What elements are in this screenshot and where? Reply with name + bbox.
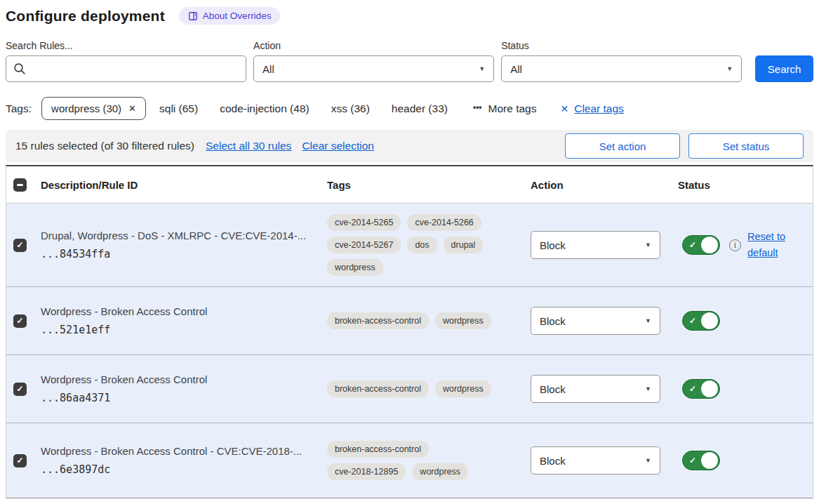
status-toggle[interactable]: ✓ (682, 379, 720, 399)
close-icon: ✕ (560, 103, 568, 114)
tags-bar: Tags: wordpress (30) ✕ sqli (65)code-inj… (6, 97, 813, 120)
more-tags-button[interactable]: ••• More tags (473, 102, 537, 115)
toggle-knob (701, 237, 718, 253)
toggle-knob (701, 380, 718, 397)
status-toggle[interactable]: ✓ (682, 451, 720, 470)
about-overrides-label: About Overrides (203, 11, 272, 21)
rule-tags: cve-2014-5265cve-2014-5266cve-2014-5267d… (327, 208, 504, 281)
row-checkbox[interactable]: ✓ (13, 383, 27, 396)
rule-tag: dos (407, 237, 437, 253)
row-checkbox[interactable]: ✓ (13, 239, 27, 252)
rule-tag: cve-2014-5266 (407, 214, 481, 231)
rule-tags: broken-access-controlwordpress (327, 307, 504, 335)
column-header-action: Action (524, 179, 672, 191)
rule-tag: wordpress (435, 380, 491, 397)
remove-tag-icon[interactable]: ✕ (128, 103, 136, 114)
check-icon: ✓ (16, 240, 23, 250)
status-toggle[interactable]: ✓ (682, 235, 720, 255)
clear-tags-button[interactable]: ✕ Clear tags (560, 102, 623, 115)
tag-filter-link[interactable]: code-injection (48) (220, 102, 309, 115)
chevron-down-icon: ▼ (645, 241, 651, 248)
rules-table: Description/Rule ID Tags Action Status ✓… (6, 165, 813, 498)
reset-to-default-link[interactable]: Reset to default (747, 229, 792, 261)
action-filter-value: All (262, 63, 274, 75)
row-checkbox[interactable]: ✓ (13, 314, 27, 328)
tag-links: sqli (65)code-injection (48)xss (36)head… (159, 102, 448, 115)
rule-tag: cve-2018-12895 (327, 463, 406, 480)
table-header-row: Description/Rule ID Tags Action Status (6, 166, 813, 204)
tag-filter-link[interactable]: header (33) (392, 102, 448, 115)
status-toggle[interactable]: ✓ (682, 311, 720, 331)
toggle-knob (701, 452, 718, 469)
rule-id: ...86aa4371 (41, 392, 321, 404)
rule-id: ...6e3897dc (41, 463, 321, 476)
select-all-link[interactable]: Select all 30 rules (206, 140, 291, 152)
rule-description: Drupal, Wordpress - DoS - XMLRPC - CVE:C… (41, 230, 321, 241)
rule-tag: broken-access-control (327, 380, 429, 397)
tag-filter-link[interactable]: sqli (65) (159, 102, 198, 115)
row-checkbox[interactable]: ✓ (13, 454, 27, 467)
search-icon (13, 62, 27, 76)
rule-tag: cve-2014-5265 (327, 214, 401, 231)
check-icon: ✓ (689, 456, 696, 465)
rule-id: ...521e1eff (41, 324, 321, 336)
book-icon (188, 11, 198, 21)
action-select[interactable]: Block ▼ (531, 375, 660, 403)
rule-description: Wordpress - Broken Access Control - CVE:… (41, 445, 321, 457)
selected-tag-label: wordpress (30) (51, 102, 121, 114)
set-action-button[interactable]: Set action (565, 133, 680, 159)
column-header-status: Status (672, 179, 813, 191)
check-icon: ✓ (16, 316, 23, 326)
check-icon: ✓ (689, 316, 696, 326)
check-icon: ✓ (16, 384, 23, 394)
action-select[interactable]: Block ▼ (531, 446, 660, 475)
info-icon[interactable]: i (729, 239, 741, 251)
rule-id: ...84534ffa (41, 248, 321, 260)
set-status-button[interactable]: Set status (688, 133, 804, 159)
chevron-down-icon: ▼ (645, 317, 651, 324)
action-select-value: Block (540, 383, 566, 395)
check-icon: ✓ (689, 240, 696, 250)
chevron-down-icon: ▼ (479, 65, 485, 72)
select-all-checkbox[interactable] (13, 178, 27, 192)
selected-tag-wordpress[interactable]: wordpress (30) ✕ (41, 97, 146, 120)
rule-tag: wordpress (435, 312, 491, 329)
chevron-down-icon: ▼ (726, 65, 733, 72)
tag-filter-link[interactable]: xss (36) (331, 102, 370, 115)
action-select-value: Block (540, 239, 566, 251)
table-body: ✓ Drupal, Wordpress - DoS - XMLRPC - CVE… (6, 204, 813, 498)
indeterminate-icon (17, 184, 23, 186)
action-select-value: Block (540, 455, 566, 467)
action-select[interactable]: Block ▼ (531, 231, 660, 259)
action-select[interactable]: Block ▼ (531, 307, 660, 335)
search-rules-label: Search Rules... (6, 40, 246, 51)
about-overrides-badge[interactable]: About Overrides (179, 7, 281, 25)
action-filter-group: Action All ▼ (253, 40, 494, 82)
rule-tags: broken-access-controlwordpress (327, 375, 504, 403)
status-filter-select[interactable]: All ▼ (501, 55, 742, 82)
action-filter-label: Action (253, 40, 494, 51)
search-button[interactable]: Search (755, 55, 813, 82)
action-filter-select[interactable]: All ▼ (253, 55, 494, 82)
status-filter-value: All (510, 63, 522, 75)
page-header: Configure deployment About Overrides (6, 7, 813, 25)
page-title: Configure deployment (6, 8, 165, 25)
check-icon: ✓ (16, 456, 23, 465)
action-select-value: Block (540, 315, 566, 327)
table-row: ✓ Wordpress - Broken Access Control - CV… (6, 423, 813, 498)
rule-description: Wordpress - Broken Access Control (41, 305, 321, 317)
search-rules-input[interactable] (6, 55, 246, 82)
rule-tag: broken-access-control (327, 312, 429, 329)
rule-tag: wordpress (327, 259, 383, 276)
clear-tags-label: Clear tags (574, 102, 624, 115)
ellipsis-icon: ••• (473, 102, 482, 112)
rule-description: Wordpress - Broken Access Control (41, 373, 321, 385)
table-row: ✓ Drupal, Wordpress - DoS - XMLRPC - CVE… (6, 204, 813, 286)
tags-bar-label: Tags: (6, 102, 32, 115)
chevron-down-icon: ▼ (645, 457, 651, 464)
status-filter-label: Status (501, 40, 742, 51)
more-tags-label: More tags (488, 102, 537, 115)
table-row: ✓ Wordpress - Broken Access Control ...5… (6, 286, 813, 354)
clear-selection-link[interactable]: Clear selection (302, 140, 374, 152)
rule-tags: broken-access-controlcve-2018-12895wordp… (327, 435, 504, 486)
